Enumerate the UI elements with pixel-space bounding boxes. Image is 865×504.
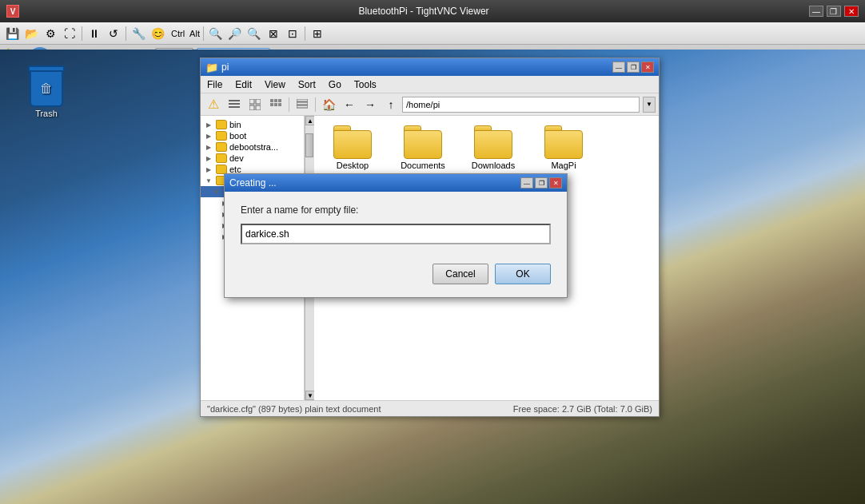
tree-label-boot: boot — [229, 131, 246, 141]
fm-statusbar-left: "darkice.cfg" (897 bytes) plain text doc… — [207, 404, 381, 414]
folder-item-documents[interactable]: Documents — [391, 122, 455, 173]
folder-item-desktop[interactable]: Desktop — [321, 122, 385, 173]
fm-forward-icon[interactable]: → — [361, 96, 380, 113]
fm-titlebar: 📁 pi — ❐ ✕ — [201, 58, 659, 76]
options-icon[interactable]: ⊞ — [309, 25, 326, 42]
folder-label-magpi: MagPi — [551, 161, 576, 170]
fm-menu-view[interactable]: View — [261, 77, 289, 92]
app-toolbar: 💾 📂 ⚙ ⛶ ⏸ ↺ 🔧 😊 Ctrl Alt 🔍 🔎 🔍 ⊠ ⊡ ⊞ — [0, 22, 865, 45]
folder-icon-downloads — [474, 125, 512, 159]
tree-folder-icon — [216, 120, 227, 129]
folder-body-documents — [404, 130, 442, 159]
zoom-in-icon[interactable]: 🔎 — [226, 25, 244, 42]
dialog-buttons: Cancel OK — [225, 257, 567, 297]
tree-expander-debootstra[interactable]: ▶ — [204, 142, 213, 152]
fm-view-compact-icon[interactable] — [266, 96, 285, 113]
fm-close-button[interactable]: ✕ — [641, 62, 654, 73]
tree-item-debootstra[interactable]: ▶ debootstra... — [201, 141, 304, 153]
svg-rect-2 — [229, 106, 240, 108]
dialog-minimize-button[interactable]: — — [520, 177, 533, 189]
dialog-window-controls: — ❐ ✕ — [520, 177, 562, 189]
tree-label-bin: bin — [229, 120, 241, 129]
alt-label: Alt — [189, 29, 200, 38]
fm-view-grid-icon[interactable] — [245, 96, 265, 113]
folder-icon-magpi — [544, 125, 583, 159]
fm-address-input[interactable] — [402, 97, 640, 113]
fm-menu-edit[interactable]: Edit — [232, 77, 255, 92]
tree-expander-boot[interactable]: ▶ — [204, 131, 213, 141]
zoom-out-icon[interactable]: 🔍 — [245, 25, 263, 42]
fm-title-text: pi — [221, 62, 612, 73]
restore-button[interactable]: ❐ — [827, 6, 841, 17]
fm-menu-tools[interactable]: Tools — [351, 77, 380, 92]
svg-rect-12 — [278, 103, 281, 106]
window-controls: — ❐ ✕ — [809, 6, 859, 17]
fm-menu-file[interactable]: File — [204, 77, 225, 92]
cancel-button[interactable]: Cancel — [432, 264, 488, 284]
toolbar-sep-1 — [82, 26, 82, 41]
fm-address-dropdown[interactable]: ▼ — [643, 97, 656, 113]
svg-rect-3 — [249, 99, 254, 104]
toolbar-sep-3 — [203, 26, 204, 41]
svg-rect-4 — [256, 99, 261, 104]
tree-expander-ho[interactable]: ▼ — [204, 176, 213, 185]
fm-view-list-icon[interactable] — [225, 96, 244, 113]
tree-item-boot[interactable]: ▶ boot — [201, 130, 304, 141]
open-icon[interactable]: 📂 — [22, 25, 40, 42]
trash-body: 🗑 — [30, 70, 63, 107]
fm-restore-button[interactable]: ❐ — [627, 62, 640, 73]
fm-menu-sort[interactable]: Sort — [295, 77, 319, 92]
fm-minimize-button[interactable]: — — [612, 62, 625, 73]
minimize-button[interactable]: — — [809, 6, 823, 17]
dialog-filename-input[interactable] — [241, 224, 551, 244]
folder-item-magpi[interactable]: MagPi — [532, 122, 596, 173]
zoom-reset-icon[interactable]: ⊡ — [284, 25, 301, 42]
tree-expander-dev[interactable]: ▶ — [204, 153, 213, 163]
save-icon[interactable]: 💾 — [3, 25, 21, 42]
zoom-fit-icon[interactable]: ⊠ — [265, 25, 282, 42]
fm-menu-go[interactable]: Go — [325, 77, 345, 92]
svg-rect-11 — [274, 103, 277, 106]
prefs-icon[interactable]: ⚙ — [42, 25, 59, 42]
fm-back-icon[interactable]: ← — [340, 96, 359, 113]
ok-button[interactable]: OK — [495, 264, 551, 284]
tools-icon[interactable]: 🔧 — [130, 25, 147, 42]
tree-folder-icon-dev — [216, 153, 227, 163]
tree-item-dev[interactable]: ▶ dev — [201, 153, 304, 164]
trash-label: Trash — [35, 109, 58, 118]
dialog-prompt-label: Enter a name for empty file: — [241, 204, 551, 216]
svg-rect-13 — [297, 99, 308, 101]
trash-icon[interactable]: 🗑 Trash — [28, 65, 65, 118]
tree-expander-etc[interactable]: ▶ — [204, 165, 213, 174]
refresh-icon[interactable]: ↺ — [105, 25, 122, 42]
dialog-close-button[interactable]: ✕ — [549, 177, 562, 189]
tree-item-bin[interactable]: ▶ bin — [201, 119, 304, 130]
dialog-restore-button[interactable]: ❐ — [535, 177, 548, 189]
search-icon[interactable]: 🔍 — [207, 25, 225, 42]
dialog-title-text: Creating ... — [229, 177, 277, 189]
fm-address-bar: ▼ — [402, 97, 656, 113]
tree-expander-pi[interactable]: ▼ — [212, 187, 221, 196]
fm-toolbar-sep-1 — [289, 97, 289, 112]
dialog-titlebar: Creating ... — ❐ ✕ — [225, 174, 567, 192]
fm-toolbar-sep-2 — [315, 97, 316, 112]
close-button[interactable]: ✕ — [844, 6, 859, 17]
face-icon[interactable]: 😊 — [149, 25, 166, 42]
svg-rect-9 — [278, 99, 281, 102]
folder-item-downloads[interactable]: Downloads — [461, 122, 525, 173]
dialog-body: Enter a name for empty file: — [225, 192, 567, 257]
svg-rect-6 — [256, 105, 261, 110]
folder-body — [333, 130, 372, 159]
fm-up-icon[interactable]: ↑ — [381, 96, 401, 113]
pause-icon[interactable]: ⏸ — [86, 25, 103, 42]
vnc-icon: V — [6, 5, 19, 18]
svg-rect-15 — [297, 105, 308, 108]
folder-icon-documents — [404, 125, 442, 159]
fm-home-icon[interactable]: 🏠 — [319, 96, 338, 113]
tree-folder-icon-boot — [216, 131, 227, 141]
folder-label-desktop: Desktop — [337, 161, 369, 170]
scroll-thumb[interactable] — [305, 133, 313, 157]
tree-expander-bin[interactable]: ▶ — [204, 120, 213, 129]
fullscreen-icon[interactable]: ⛶ — [61, 25, 78, 42]
fm-detail-icon[interactable] — [293, 96, 312, 113]
